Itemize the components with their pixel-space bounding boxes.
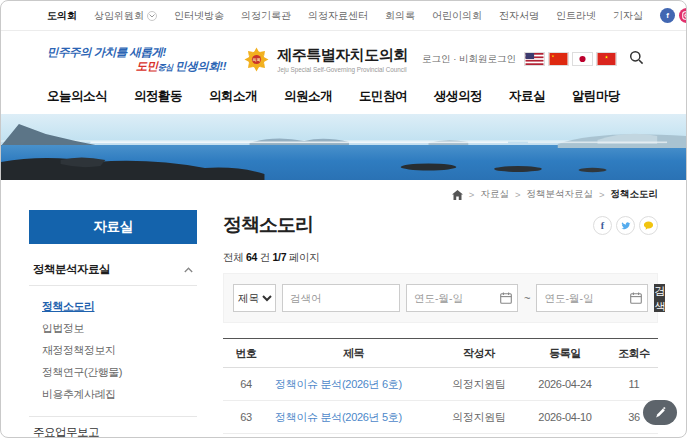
post-title-link[interactable]: 입법정보(제447회 임시회 의원발의 조례) bbox=[275, 436, 430, 438]
header-right: 로그인 · 비회원로그인 bbox=[409, 50, 644, 68]
col-author: 작성자 bbox=[438, 339, 520, 368]
share-twitter-icon[interactable] bbox=[616, 216, 635, 235]
cell-number: 64 bbox=[223, 368, 269, 401]
nav-item-news[interactable]: 오늘의소식 bbox=[47, 88, 107, 105]
topbar-link-intranet[interactable]: 인트라넷 bbox=[556, 9, 596, 23]
breadcrumb-item-policy-analysis[interactable]: 정책분석자료실 bbox=[526, 188, 593, 201]
site-slogan: 민주주의 가치를 새롭게! 도민중심 민생의회!! bbox=[47, 45, 242, 74]
topbar-link-archives[interactable]: 의정기록관 bbox=[241, 9, 291, 23]
cell-date: 2026-04-08 bbox=[520, 434, 610, 439]
sidebar-item-policy-research[interactable]: 정책연구(간행물) bbox=[42, 361, 193, 383]
logo-subtitle: Jeju Special Self-Governing Provincial C… bbox=[277, 66, 408, 73]
facebook-icon[interactable]: f bbox=[660, 8, 675, 23]
topbar-link-standing-committee[interactable]: 상임위원회 bbox=[94, 9, 157, 23]
topbar-link-e-sign[interactable]: 전자서명 bbox=[499, 9, 539, 23]
cell-author: 의정지원팀 bbox=[438, 434, 520, 439]
search-field-select[interactable]: 제목 bbox=[233, 284, 276, 312]
table-row: 63 정책이슈 분석(2026년 5호) 의정지원팀 2026-04-10 36 bbox=[223, 401, 658, 434]
login-link[interactable]: 로그인 bbox=[422, 53, 451, 64]
cell-number: 63 bbox=[223, 401, 269, 434]
sidebar-item-policy-sodori[interactable]: 정책소도리 bbox=[42, 295, 193, 317]
calendar-icon[interactable] bbox=[630, 292, 642, 304]
nav-item-live[interactable]: 생생의정 bbox=[434, 88, 482, 105]
search-submit-button[interactable]: 검색 bbox=[654, 284, 665, 312]
col-number: 번호 bbox=[223, 339, 269, 368]
japan-flag-icon[interactable] bbox=[572, 52, 593, 66]
share-kakao-icon[interactable] bbox=[639, 216, 658, 235]
topbar-link-press-room[interactable]: 기자실 bbox=[613, 9, 643, 23]
table-row: 64 정책이슈 분석(2026년 6호) 의정지원팀 2026-04-24 11 bbox=[223, 368, 658, 401]
topbar-link-internet-broadcast[interactable]: 인터넷방송 bbox=[174, 9, 224, 23]
breadcrumb-separator: > bbox=[469, 189, 475, 200]
breadcrumb-separator: > bbox=[515, 189, 521, 200]
site-logo[interactable]: 의회 제주특별자치도의회 Jeju Special Self-Governing… bbox=[243, 46, 408, 73]
home-icon[interactable] bbox=[452, 190, 463, 200]
page-title: 정책소도리 bbox=[223, 212, 313, 238]
cell-views: 11 bbox=[610, 368, 658, 401]
total-count: 64 bbox=[246, 251, 257, 263]
browser-page: 도의회 상임위원회 인터넷방송 의정기록관 의정자료센터 회의록 어린이의회 전… bbox=[0, 0, 687, 438]
nav-item-members[interactable]: 의원소개 bbox=[284, 88, 332, 105]
cell-date: 2026-04-10 bbox=[520, 401, 610, 434]
nav-item-about-council[interactable]: 의회소개 bbox=[209, 88, 257, 105]
nav-item-participation[interactable]: 도민참여 bbox=[359, 88, 407, 105]
global-nav: 오늘의소식 의정활동 의회소개 의원소개 도민참여 생생의정 자료실 알림마당 bbox=[1, 85, 686, 114]
nav-item-notices[interactable]: 알림마당 bbox=[572, 88, 620, 105]
nav-item-activities[interactable]: 의정활동 bbox=[134, 88, 182, 105]
topbar-link-minutes[interactable]: 회의록 bbox=[385, 9, 415, 23]
table-header-row: 번호 제목 작성자 등록일 조회수 bbox=[223, 339, 658, 368]
guest-login-link[interactable]: 비회원로그인 bbox=[459, 53, 516, 64]
usa-flag-icon[interactable] bbox=[524, 52, 545, 66]
post-title-link[interactable]: 정책이슈 분석(2026년 6호) bbox=[275, 378, 402, 390]
cell-date: 2026-04-24 bbox=[520, 368, 610, 401]
topbar-link-children-council[interactable]: 어린이의회 bbox=[432, 9, 482, 23]
magic-wand-icon bbox=[654, 406, 667, 419]
board-table: 번호 제목 작성자 등록일 조회수 64 정책이슈 분석(2026년 6호) 의… bbox=[223, 338, 658, 438]
sidebar: 자료실 정책분석자료실 정책소도리 입법정보 재정정책정보지 정책연구(간행물)… bbox=[29, 210, 197, 438]
col-views: 조회수 bbox=[610, 339, 658, 368]
coastal-banner-image bbox=[1, 114, 686, 180]
site-search-button[interactable] bbox=[629, 50, 644, 68]
chevron-up-icon bbox=[184, 267, 193, 273]
sidebar-group-policy-analysis[interactable]: 정책분석자료실 bbox=[29, 254, 197, 286]
topbar-icons: f 가+ 가- bbox=[660, 8, 687, 23]
breadcrumb-separator: > bbox=[599, 189, 605, 200]
post-title-link[interactable]: 정책이슈 분석(2026년 5호) bbox=[275, 411, 402, 423]
council-emblem-icon: 의회 bbox=[243, 46, 270, 73]
sidebar-item-legislative-info[interactable]: 입법정보 bbox=[42, 317, 193, 339]
breadcrumb-item-library[interactable]: 자료실 bbox=[480, 188, 509, 201]
nav-item-library[interactable]: 자료실 bbox=[509, 88, 545, 105]
col-date: 등록일 bbox=[520, 339, 610, 368]
main-panel: 정책소도리 f 전체 64 건 1/7 페이지 bbox=[223, 210, 658, 438]
topbar-link-council[interactable]: 도의회 bbox=[47, 9, 77, 23]
date-range-separator: ~ bbox=[524, 292, 530, 304]
keyword-input[interactable] bbox=[282, 284, 400, 312]
cell-views: 23 bbox=[610, 434, 658, 439]
table-row: 62 입법정보(제447회 임시회 의원발의 조례) 의정지원팀 2026-04… bbox=[223, 434, 658, 439]
calendar-icon[interactable] bbox=[500, 292, 512, 304]
language-flags bbox=[524, 52, 617, 66]
logo-title: 제주특별자치도의회 bbox=[277, 46, 408, 65]
chevron-down-icon bbox=[147, 11, 157, 21]
share-facebook-icon[interactable]: f bbox=[593, 216, 612, 235]
col-title: 제목 bbox=[269, 339, 438, 368]
sidebar-item-cost-estimation[interactable]: 비용추계사례집 bbox=[42, 383, 193, 405]
login-separator: · bbox=[453, 53, 456, 64]
content-area: 자료실 정책분석자료실 정책소도리 입법정보 재정정책정보지 정책연구(간행물)… bbox=[1, 206, 686, 438]
breadcrumb: > 자료실 > 정책분석자료실 > 정책소도리 bbox=[1, 180, 686, 206]
site-header: 민주주의 가치를 새롭게! 도민중심 민생의회!! bbox=[1, 31, 686, 85]
sidebar-item-fiscal-policy-journal[interactable]: 재정정책정보지 bbox=[42, 339, 193, 361]
list-summary: 전체 64 건 1/7 페이지 bbox=[223, 251, 658, 265]
china-flag-icon[interactable] bbox=[548, 52, 569, 66]
sidebar-group-major-reports[interactable]: 주요업무보고 bbox=[29, 417, 197, 438]
cell-number: 62 bbox=[223, 434, 269, 439]
search-form: 제목 ~ 검색 bbox=[223, 273, 658, 323]
topbar-link-data-center[interactable]: 의정자료센터 bbox=[308, 9, 368, 23]
vietnam-flag-icon[interactable] bbox=[596, 52, 617, 66]
floating-edit-button[interactable] bbox=[643, 400, 677, 425]
cell-author: 의정지원팀 bbox=[438, 368, 520, 401]
instagram-icon[interactable] bbox=[679, 8, 687, 23]
page-info: 1/7 bbox=[273, 251, 287, 263]
share-buttons: f bbox=[593, 216, 658, 235]
login-links: 로그인 · 비회원로그인 bbox=[422, 53, 516, 66]
